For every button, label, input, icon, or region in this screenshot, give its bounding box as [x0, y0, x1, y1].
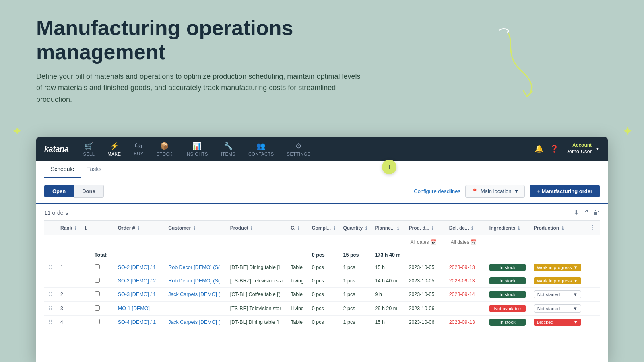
customer-cell[interactable]: Jack Carpets [DEMO] (: [164, 316, 226, 329]
row-checkbox[interactable]: [95, 305, 100, 311]
ingredients-cell: In stock: [485, 288, 530, 302]
production-cell[interactable]: Not started ▼: [530, 288, 585, 302]
done-filter-button[interactable]: Done: [74, 185, 104, 198]
col-order-num[interactable]: Order # ℹ: [114, 221, 164, 235]
col-planned[interactable]: Planne... ℹ: [371, 221, 405, 235]
drag-handle-icon[interactable]: ⠿: [48, 291, 52, 298]
prod-d-filter[interactable]: [409, 238, 441, 246]
account-menu[interactable]: Account Demo User ▼: [565, 142, 600, 155]
drag-handle-cell[interactable]: ⠿: [44, 302, 56, 316]
checkbox-cell[interactable]: [91, 288, 114, 302]
quantity-cell: 1 pcs: [339, 316, 371, 329]
nav-item-buy[interactable]: 🛍 BUY: [127, 138, 150, 159]
product-filter[interactable]: [168, 238, 222, 246]
order-num-cell[interactable]: SO-2 [DEMO] / 2: [114, 274, 164, 288]
compl-cell: 0 pcs: [308, 261, 339, 274]
tab-tasks[interactable]: Tasks: [80, 161, 108, 178]
production-status-dropdown[interactable]: Work in progress ▼: [534, 277, 581, 284]
row-checkbox[interactable]: [95, 264, 100, 269]
order-num-filter[interactable]: [95, 238, 110, 246]
product-cell: [TS-BRZ] Television sta: [226, 274, 287, 288]
open-filter-button[interactable]: Open: [44, 185, 74, 197]
nav-items-label: ITEMS: [221, 152, 235, 156]
total-row: Total: 0 pcs 15 pcs 173 h 40 m: [44, 249, 600, 261]
customer-link[interactable]: Jack Carpets [DEMO] (: [168, 292, 220, 297]
production-status-dropdown[interactable]: Work in progress ▼: [534, 264, 581, 271]
del-de-filter[interactable]: [449, 238, 481, 246]
order-num-cell[interactable]: SO-4 [DEMO] / 1: [114, 316, 164, 329]
product-cell: [DT-BL] Dining table [I: [226, 316, 287, 329]
customer-cell[interactable]: Jack Carpets [DEMO] (: [164, 288, 226, 302]
col-ingredients[interactable]: Ingredients ℹ: [485, 221, 530, 235]
nav-item-insights[interactable]: 📊 INSIGHTS: [179, 138, 215, 160]
order-num-cell[interactable]: SO-2 [DEMO] / 1: [114, 261, 164, 274]
customer-filter[interactable]: [118, 238, 160, 246]
drag-handle-cell[interactable]: [44, 274, 56, 288]
location-icon: 📍: [471, 188, 478, 195]
add-button[interactable]: +: [382, 160, 396, 174]
col-production[interactable]: Production ℹ: [530, 221, 585, 235]
drag-handle-cell[interactable]: ⠿: [44, 261, 56, 274]
logo[interactable]: katana: [44, 144, 68, 154]
main-location-button[interactable]: 📍 Main location ▼: [465, 185, 525, 198]
order-link[interactable]: MO-1 [DEMO]: [118, 306, 150, 311]
checkbox-cell[interactable]: [91, 316, 114, 329]
nav-item-make[interactable]: ⚡ MAKE: [101, 138, 127, 160]
ingredients-cell: In stock: [485, 274, 530, 288]
tab-schedule[interactable]: Schedule: [44, 161, 80, 178]
nav-item-settings[interactable]: ⚙ SETTINGS: [281, 138, 317, 160]
notification-icon[interactable]: 🔔: [535, 144, 543, 153]
order-num-cell[interactable]: MO-1 [DEMO]: [114, 302, 164, 316]
production-cell[interactable]: Blocked ▼: [530, 316, 585, 329]
order-link[interactable]: SO-2 [DEMO] / 2: [118, 278, 156, 284]
order-link[interactable]: SO-3 [DEMO] / 1: [118, 292, 156, 297]
print-icon[interactable]: 🖨: [583, 209, 589, 216]
col-quantity[interactable]: Quantity ℹ: [339, 221, 371, 235]
col-rank[interactable]: Rank ℹ: [56, 221, 80, 235]
add-manufacturing-order-button[interactable]: + Manufacturing order: [530, 185, 600, 197]
checkbox-cell[interactable]: [91, 274, 114, 288]
checkbox-cell[interactable]: [91, 302, 114, 316]
ingredients-cell: Not available: [485, 302, 530, 316]
download-icon[interactable]: ⬇: [574, 209, 579, 216]
order-link[interactable]: SO-4 [DEMO] / 1: [118, 319, 156, 325]
production-status-dropdown[interactable]: Not started ▼: [534, 290, 581, 298]
row-checkbox[interactable]: [95, 319, 100, 324]
nav-item-sell[interactable]: 🛒 SELL: [76, 138, 101, 160]
production-status-dropdown[interactable]: Not started ▼: [534, 304, 581, 313]
drag-handle-cell[interactable]: ⠿: [44, 316, 56, 329]
help-icon[interactable]: ❓: [550, 144, 559, 153]
col-prod-d[interactable]: Prod. d... ℹ: [405, 221, 445, 235]
order-num-cell[interactable]: SO-3 [DEMO] / 1: [114, 288, 164, 302]
filter-inputs-row: [44, 235, 600, 249]
drag-handle-icon[interactable]: ⠿: [48, 264, 52, 271]
customer-link[interactable]: Jack Carpets [DEMO] (: [168, 319, 220, 325]
production-cell[interactable]: Not started ▼: [530, 302, 585, 316]
production-cell[interactable]: Work in progress ▼: [530, 274, 585, 288]
col-customer[interactable]: Customer ℹ: [164, 221, 226, 235]
col-compl[interactable]: Compl... ℹ: [308, 221, 339, 235]
customer-link[interactable]: Rob Decor [DEMO] (S(: [168, 265, 220, 270]
row-checkbox[interactable]: [95, 278, 100, 283]
col-c[interactable]: C. ℹ: [287, 221, 308, 235]
column-more-icon[interactable]: ⋮: [589, 224, 596, 231]
customer-cell[interactable]: Rob Decor [DEMO] (S(: [164, 261, 226, 274]
col-del-de[interactable]: Del. de... ℹ: [445, 221, 485, 235]
nav-item-items[interactable]: 🔧 ITEMS: [215, 138, 242, 160]
nav-item-stock[interactable]: 📦 STOCK: [150, 138, 179, 160]
drag-handle-icon[interactable]: ⠿: [48, 319, 52, 325]
customer-link[interactable]: Rob Decor [DEMO] (S(: [168, 278, 220, 284]
production-cell[interactable]: Work in progress ▼: [530, 261, 585, 274]
drag-handle-icon[interactable]: ⠿: [48, 305, 52, 312]
nav-item-contacts[interactable]: 👥 CONTACTS: [242, 138, 281, 160]
order-link[interactable]: SO-2 [DEMO] / 1: [118, 265, 156, 270]
col-product[interactable]: Product ℹ: [226, 221, 287, 235]
row-checkbox[interactable]: [95, 291, 100, 296]
nav-contacts-label: CONTACTS: [248, 152, 274, 156]
drag-handle-cell[interactable]: ⠿: [44, 288, 56, 302]
production-status-dropdown[interactable]: Blocked ▼: [534, 319, 581, 326]
configure-deadlines-link[interactable]: Configure deadlines: [414, 188, 460, 194]
checkbox-cell[interactable]: [91, 261, 114, 274]
delete-icon[interactable]: 🗑: [593, 209, 600, 216]
customer-cell[interactable]: Rob Decor [DEMO] (S(: [164, 274, 226, 288]
